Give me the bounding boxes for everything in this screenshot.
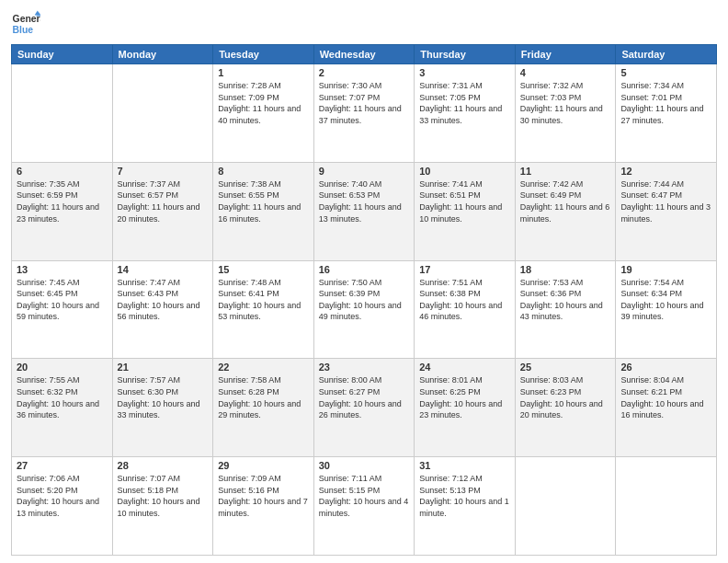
day-number: 18 (520, 264, 611, 275)
calendar-cell (515, 457, 616, 556)
day-number: 22 (218, 362, 309, 373)
day-number: 14 (118, 264, 209, 275)
day-number: 4 (520, 67, 611, 78)
day-number: 3 (419, 67, 510, 78)
day-detail: Sunrise: 7:07 AM Sunset: 5:18 PM Dayligh… (118, 473, 209, 519)
day-detail: Sunrise: 7:30 AM Sunset: 7:07 PM Dayligh… (319, 80, 410, 126)
calendar-cell: 3Sunrise: 7:31 AM Sunset: 7:05 PM Daylig… (415, 64, 516, 163)
calendar-cell: 12Sunrise: 7:44 AM Sunset: 6:47 PM Dayli… (616, 162, 717, 260)
day-detail: Sunrise: 7:11 AM Sunset: 5:15 PM Dayligh… (319, 473, 410, 519)
day-detail: Sunrise: 7:55 AM Sunset: 6:32 PM Dayligh… (17, 374, 108, 420)
day-number: 13 (17, 264, 108, 275)
calendar-cell: 18Sunrise: 7:53 AM Sunset: 6:36 PM Dayli… (515, 260, 616, 359)
week-row-4: 27Sunrise: 7:06 AM Sunset: 5:20 PM Dayli… (12, 457, 717, 556)
day-detail: Sunrise: 7:32 AM Sunset: 7:03 PM Dayligh… (520, 80, 611, 126)
calendar-cell: 27Sunrise: 7:06 AM Sunset: 5:20 PM Dayli… (12, 457, 113, 556)
calendar-cell: 1Sunrise: 7:28 AM Sunset: 7:09 PM Daylig… (213, 64, 314, 163)
day-header-wednesday: Wednesday (313, 45, 415, 64)
calendar-cell: 24Sunrise: 8:01 AM Sunset: 6:25 PM Dayli… (415, 359, 516, 457)
day-number: 10 (419, 166, 510, 177)
calendar-cell: 6Sunrise: 7:35 AM Sunset: 6:59 PM Daylig… (12, 162, 113, 260)
day-number: 29 (218, 460, 309, 471)
calendar-cell: 26Sunrise: 8:04 AM Sunset: 6:21 PM Dayli… (616, 359, 717, 457)
calendar-cell: 2Sunrise: 7:30 AM Sunset: 7:07 PM Daylig… (313, 64, 415, 163)
day-detail: Sunrise: 7:40 AM Sunset: 6:53 PM Dayligh… (319, 178, 410, 224)
day-header-sunday: Sunday (12, 45, 113, 64)
calendar-cell: 29Sunrise: 7:09 AM Sunset: 5:16 PM Dayli… (213, 457, 314, 556)
calendar-cell: 7Sunrise: 7:37 AM Sunset: 6:57 PM Daylig… (112, 162, 213, 260)
day-detail: Sunrise: 8:01 AM Sunset: 6:25 PM Dayligh… (419, 374, 510, 420)
calendar-cell: 11Sunrise: 7:42 AM Sunset: 6:49 PM Dayli… (515, 162, 616, 260)
day-detail: Sunrise: 7:57 AM Sunset: 6:30 PM Dayligh… (118, 374, 209, 420)
day-detail: Sunrise: 7:06 AM Sunset: 5:20 PM Dayligh… (17, 473, 108, 519)
day-detail: Sunrise: 8:03 AM Sunset: 6:23 PM Dayligh… (520, 374, 611, 420)
day-number: 28 (118, 460, 209, 471)
day-number: 11 (520, 166, 611, 177)
calendar-cell: 22Sunrise: 7:58 AM Sunset: 6:28 PM Dayli… (213, 359, 314, 457)
calendar-cell (616, 457, 717, 556)
calendar-cell: 19Sunrise: 7:54 AM Sunset: 6:34 PM Dayli… (616, 260, 717, 359)
day-detail: Sunrise: 7:50 AM Sunset: 6:39 PM Dayligh… (319, 277, 410, 323)
day-number: 5 (620, 67, 711, 78)
calendar-cell: 28Sunrise: 7:07 AM Sunset: 5:18 PM Dayli… (112, 457, 213, 556)
day-header-thursday: Thursday (415, 45, 516, 64)
day-detail: Sunrise: 7:09 AM Sunset: 5:16 PM Dayligh… (218, 473, 309, 519)
week-row-1: 6Sunrise: 7:35 AM Sunset: 6:59 PM Daylig… (12, 162, 717, 260)
day-number: 20 (17, 362, 108, 373)
day-detail: Sunrise: 7:34 AM Sunset: 7:01 PM Dayligh… (620, 80, 711, 126)
calendar-cell (12, 64, 113, 163)
day-number: 7 (118, 166, 209, 177)
calendar-cell: 5Sunrise: 7:34 AM Sunset: 7:01 PM Daylig… (616, 64, 717, 163)
calendar-cell: 17Sunrise: 7:51 AM Sunset: 6:38 PM Dayli… (415, 260, 516, 359)
calendar-cell: 10Sunrise: 7:41 AM Sunset: 6:51 PM Dayli… (415, 162, 516, 260)
day-detail: Sunrise: 7:28 AM Sunset: 7:09 PM Dayligh… (218, 80, 309, 126)
day-number: 23 (319, 362, 410, 373)
calendar-cell: 31Sunrise: 7:12 AM Sunset: 5:13 PM Dayli… (415, 457, 516, 556)
week-row-0: 1Sunrise: 7:28 AM Sunset: 7:09 PM Daylig… (12, 64, 717, 163)
day-number: 25 (520, 362, 611, 373)
day-detail: Sunrise: 8:04 AM Sunset: 6:21 PM Dayligh… (620, 374, 711, 420)
day-detail: Sunrise: 7:37 AM Sunset: 6:57 PM Dayligh… (118, 178, 209, 224)
calendar-cell: 21Sunrise: 7:57 AM Sunset: 6:30 PM Dayli… (112, 359, 213, 457)
day-detail: Sunrise: 7:48 AM Sunset: 6:41 PM Dayligh… (218, 277, 309, 323)
calendar-cell: 25Sunrise: 8:03 AM Sunset: 6:23 PM Dayli… (515, 359, 616, 457)
day-detail: Sunrise: 7:47 AM Sunset: 6:43 PM Dayligh… (118, 277, 209, 323)
day-number: 30 (319, 460, 410, 471)
day-number: 26 (620, 362, 711, 373)
day-number: 19 (620, 264, 711, 275)
day-detail: Sunrise: 7:58 AM Sunset: 6:28 PM Dayligh… (218, 374, 309, 420)
calendar-cell: 8Sunrise: 7:38 AM Sunset: 6:55 PM Daylig… (213, 162, 314, 260)
day-number: 31 (419, 460, 510, 471)
day-detail: Sunrise: 7:31 AM Sunset: 7:05 PM Dayligh… (419, 80, 510, 126)
day-detail: Sunrise: 7:38 AM Sunset: 6:55 PM Dayligh… (218, 178, 309, 224)
day-header-saturday: Saturday (616, 45, 717, 64)
page: General Blue SundayMondayTuesdayWednesda… (0, 0, 728, 563)
calendar-cell: 9Sunrise: 7:40 AM Sunset: 6:53 PM Daylig… (313, 162, 415, 260)
day-detail: Sunrise: 7:54 AM Sunset: 6:34 PM Dayligh… (620, 277, 711, 323)
calendar-cell: 30Sunrise: 7:11 AM Sunset: 5:15 PM Dayli… (313, 457, 415, 556)
day-number: 16 (319, 264, 410, 275)
logo-icon: General Blue (11, 9, 40, 39)
day-number: 8 (218, 166, 309, 177)
week-row-2: 13Sunrise: 7:45 AM Sunset: 6:45 PM Dayli… (12, 260, 717, 359)
day-detail: Sunrise: 7:41 AM Sunset: 6:51 PM Dayligh… (419, 178, 510, 224)
day-number: 6 (17, 166, 108, 177)
calendar-cell: 23Sunrise: 8:00 AM Sunset: 6:27 PM Dayli… (313, 359, 415, 457)
day-number: 17 (419, 264, 510, 275)
day-detail: Sunrise: 7:45 AM Sunset: 6:45 PM Dayligh… (17, 277, 108, 323)
calendar-table: SundayMondayTuesdayWednesdayThursdayFrid… (11, 44, 717, 556)
header: General Blue (11, 9, 717, 39)
day-detail: Sunrise: 7:35 AM Sunset: 6:59 PM Dayligh… (17, 178, 108, 224)
calendar-cell: 16Sunrise: 7:50 AM Sunset: 6:39 PM Dayli… (313, 260, 415, 359)
header-row: SundayMondayTuesdayWednesdayThursdayFrid… (12, 45, 717, 64)
day-number: 2 (319, 67, 410, 78)
svg-text:General: General (13, 14, 40, 24)
day-number: 24 (419, 362, 510, 373)
day-detail: Sunrise: 7:53 AM Sunset: 6:36 PM Dayligh… (520, 277, 611, 323)
calendar-cell (112, 64, 213, 163)
day-number: 1 (218, 67, 309, 78)
day-number: 9 (319, 166, 410, 177)
day-detail: Sunrise: 7:44 AM Sunset: 6:47 PM Dayligh… (620, 178, 711, 224)
svg-text:Blue: Blue (13, 25, 34, 35)
day-header-monday: Monday (112, 45, 213, 64)
